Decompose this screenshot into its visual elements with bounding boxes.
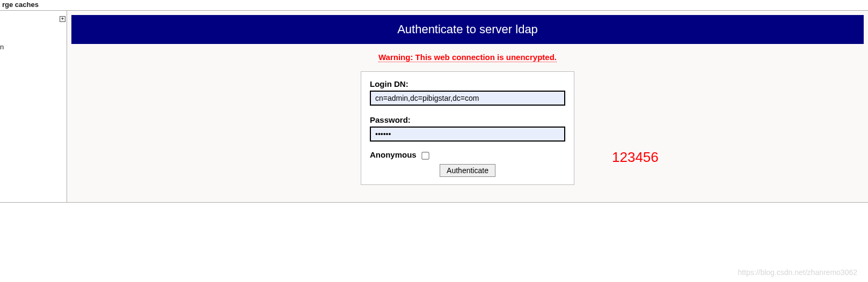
authenticate-button[interactable]: Authenticate	[440, 164, 495, 177]
anonymous-checkbox[interactable]	[421, 152, 429, 159]
page-title: Authenticate to server ldap	[71, 15, 864, 44]
main-panel: Authenticate to server ldap Warning: Thi…	[67, 11, 868, 202]
password-label: Password:	[370, 115, 565, 124]
watermark: https://blog.csdn.net/zhanremo3062	[738, 268, 857, 277]
main-layout: + n Authenticate to server ldap Warning:…	[0, 11, 868, 203]
login-dn-label: Login DN:	[370, 79, 565, 88]
warning-banner: Warning: This web connection is unencryp…	[71, 53, 864, 62]
sidebar-partial-text: n	[0, 43, 4, 51]
submit-row: Authenticate	[370, 164, 565, 177]
expand-tree-icon[interactable]: +	[60, 16, 65, 22]
anonymous-label: Anonymous	[370, 150, 417, 159]
password-annotation: 123456	[612, 149, 659, 166]
sidebar: + n	[0, 11, 67, 202]
password-row: Password:	[370, 115, 565, 142]
warning-text: Warning: This web connection is unencryp…	[378, 53, 557, 62]
login-form: Login DN: Password: Anonymous Authentica…	[361, 71, 574, 185]
anonymous-row: Anonymous	[370, 150, 565, 161]
password-input[interactable]	[370, 127, 565, 142]
login-dn-row: Login DN:	[370, 79, 565, 106]
purge-caches-link[interactable]: rge caches	[0, 0, 41, 9]
top-link-bar: rge caches	[0, 0, 868, 11]
login-dn-input[interactable]	[370, 91, 565, 106]
